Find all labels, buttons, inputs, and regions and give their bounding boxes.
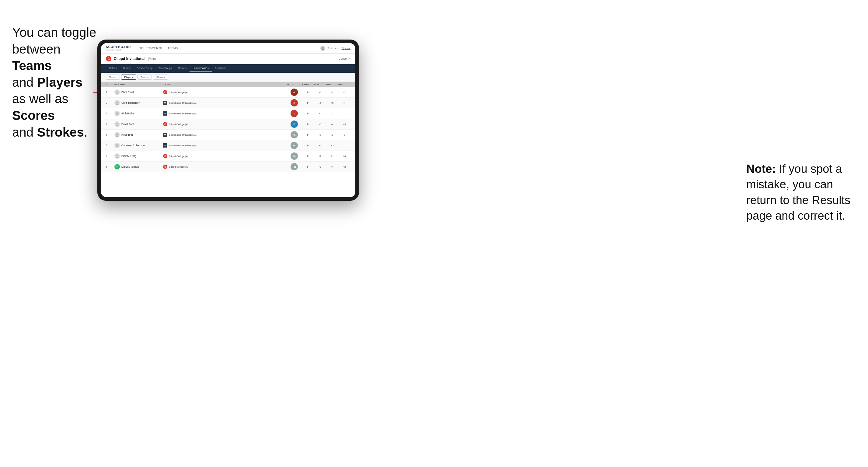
table-column-header: RD3	[338, 83, 350, 86]
player-avatar	[114, 132, 120, 137]
table-row: 5Rees BrittSBScoreboard University [A]+1…	[101, 130, 355, 140]
svg-point-7	[116, 112, 118, 114]
svg-point-11	[116, 133, 118, 135]
score-total: E	[287, 121, 302, 128]
score-total: +8	[287, 152, 302, 160]
sub-nav-tab-tee-groups[interactable]: Tee Groups	[155, 65, 175, 71]
toggle-strokes[interactable]: Strokes	[153, 74, 168, 80]
team-info: SBScoreboard University [A]	[163, 143, 224, 148]
row-rd1: +2	[314, 165, 326, 168]
row-position: 5	[106, 133, 114, 136]
team-name: Scoreboard University [A]	[169, 144, 196, 147]
row-rd3: -1	[338, 112, 350, 115]
sub-nav-tab-leaderboards[interactable]: Leaderboards	[190, 65, 212, 71]
player-avatar	[114, 121, 120, 127]
nav-teams[interactable]: TEAMS	[165, 45, 180, 52]
player-info: MTMarcus Turners	[114, 164, 163, 169]
row-rd1: +1	[314, 123, 326, 126]
team-info: SBScoreboard University [A]	[163, 133, 224, 137]
team-logo-icon: C	[163, 154, 167, 158]
cancel-button[interactable]: Cancel ✕	[339, 57, 350, 60]
row-rd3: +6	[338, 155, 350, 158]
svg-point-14	[116, 146, 119, 147]
svg-point-3	[116, 91, 118, 92]
player-name: Rich Butler	[121, 112, 134, 115]
row-position: 2	[106, 101, 114, 104]
row-rd3: -5	[338, 91, 350, 94]
row-thru: F	[302, 102, 314, 104]
tournament-title-row: C Clippd Invitational (Men)	[106, 56, 156, 61]
row-position: 1	[106, 91, 114, 94]
team-name: Scoreboard University [A]	[169, 102, 196, 104]
table-header: #PLAYERTEAMTOTALTHRURD1RD2RD3	[101, 82, 355, 87]
score-total: +6	[287, 142, 302, 149]
svg-point-8	[116, 114, 119, 115]
sub-nav-tab-details[interactable]: Details	[106, 65, 120, 71]
row-rd1: +1	[314, 133, 326, 136]
table-column-header: THRU	[302, 83, 314, 86]
sign-out-link[interactable]: Sign out	[342, 47, 350, 50]
row-position: 6	[106, 144, 114, 147]
tournament-gender: (Men)	[148, 57, 156, 61]
svg-point-5	[116, 101, 118, 103]
row-rd3: E	[338, 133, 350, 136]
row-position: 8	[106, 165, 114, 168]
nav-tournaments[interactable]: TOURNAMENTS	[137, 45, 164, 52]
toggle-bar: TeamsPlayersScoresStrokes	[101, 73, 355, 82]
team-logo-icon: SB	[163, 143, 167, 148]
sub-nav-tab-printables[interactable]: Printables	[212, 65, 229, 71]
player-name: Rees Britt	[121, 133, 133, 136]
player-info: Blair McHarg	[114, 153, 163, 159]
team-logo-icon: C	[163, 122, 167, 126]
player-info: Elliot Ebert	[114, 89, 163, 95]
row-rd1: +2	[314, 155, 326, 158]
score-total: -2	[287, 110, 302, 117]
team-name: Clippd College [A]	[169, 165, 188, 168]
row-rd2: E	[326, 133, 338, 136]
team-logo-icon: SB	[163, 101, 167, 105]
logo-title: SCOREBOARD	[106, 45, 131, 49]
sub-nav-tab-course-setup[interactable]: Course Setup	[133, 65, 155, 71]
player-info: David Ford	[114, 121, 163, 127]
player-info: Rees Britt	[114, 132, 163, 137]
svg-point-15	[116, 155, 118, 156]
player-avatar	[114, 143, 120, 148]
toggle-scores[interactable]: Scores	[137, 74, 152, 80]
table-column-header: #	[106, 83, 114, 86]
team-info: SBScoreboard University [A]	[163, 111, 224, 116]
team-info: CClippd College [A]	[163, 90, 224, 94]
row-rd3: +2	[338, 165, 350, 168]
team-name: Scoreboard University [A]	[169, 112, 196, 115]
row-rd2: -4	[326, 123, 338, 126]
svg-point-4	[116, 93, 119, 94]
sub-nav-tab-teams[interactable]: Teams	[120, 65, 133, 71]
player-info: Rich Butler	[114, 111, 163, 116]
row-thru: F	[302, 91, 314, 94]
table-column-header: PLAYER	[114, 83, 163, 86]
toggle-teams[interactable]: Teams	[106, 74, 120, 80]
toggle-players[interactable]: Players	[121, 74, 136, 80]
table-row: 2Chris RobertsonSBScoreboard University …	[101, 98, 355, 108]
team-info: CClippd College [A]	[163, 154, 224, 158]
svg-point-16	[116, 157, 119, 158]
tablet-screen: SCOREBOARD Powered by clippd TOURNAMENTS…	[101, 43, 355, 197]
logo-subtitle: Powered by clippd	[106, 49, 131, 51]
table-column-header: TEAM	[163, 83, 224, 86]
sub-nav-tab-results[interactable]: Results	[175, 65, 190, 71]
right-annotation: Note: If you spot a mistake, you can ret…	[746, 161, 856, 224]
svg-point-6	[116, 103, 119, 105]
player-info: Chris Robertson	[114, 100, 163, 105]
table-column-header: RD1	[314, 83, 326, 86]
table-column-header: TOTAL	[287, 83, 302, 86]
table-row: 3Rich ButlerSBScoreboard University [A]-…	[101, 108, 355, 119]
team-name: Clippd College [A]	[169, 123, 188, 126]
table-row: 4David FordCClippd College [A]EF+1-4+3	[101, 119, 355, 130]
score-total: +1	[287, 131, 302, 138]
row-thru: F	[302, 112, 314, 115]
team-name: Clippd College [A]	[169, 91, 188, 94]
row-rd2: +2	[326, 144, 338, 147]
svg-point-10	[116, 125, 119, 126]
sub-nav: DetailsTeamsCourse SetupTee GroupsResult…	[101, 64, 355, 73]
team-info: CClippd College [A]	[163, 122, 224, 126]
team-info: SBScoreboard University [A]	[163, 101, 224, 105]
